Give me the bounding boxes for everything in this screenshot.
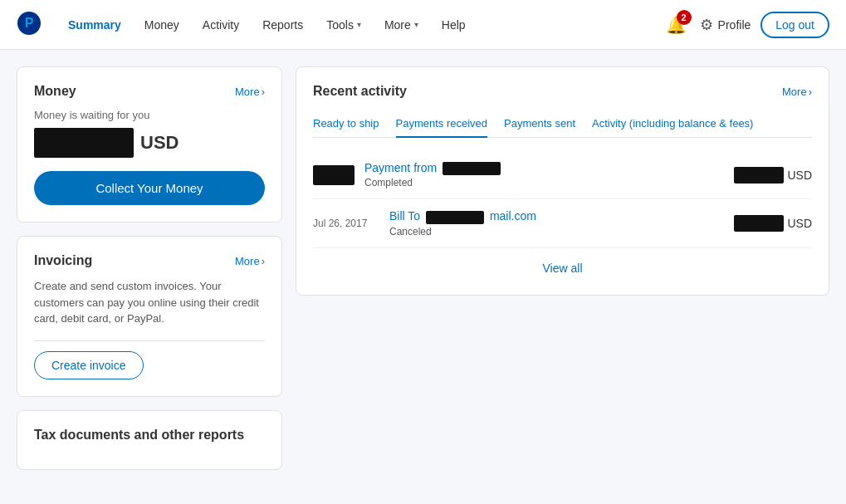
- svg-text:P: P: [25, 16, 34, 30]
- nav-summary[interactable]: Summary: [58, 12, 131, 38]
- notifications-bell[interactable]: 🔔 2: [663, 12, 690, 38]
- tx-amount-redacted-2: [734, 215, 784, 232]
- more-dropdown-arrow: ▾: [414, 20, 418, 29]
- tx-date-2: Jul 26, 2017: [313, 218, 379, 229]
- tx-currency-2: USD: [787, 217, 812, 230]
- view-all-link[interactable]: View all: [543, 262, 583, 275]
- gear-icon: ⚙: [700, 16, 713, 34]
- tx-payment-from-link[interactable]: Payment from: [364, 161, 503, 174]
- money-waiting-text: Money is waiting for you: [34, 109, 265, 121]
- invoicing-divider: [34, 340, 265, 341]
- tx-info-1: Payment from Completed: [364, 161, 724, 188]
- invoicing-card-header: Invoicing More ›: [34, 253, 265, 268]
- table-row: Jul 26, 2017 Bill To mail.com Canceled U…: [313, 199, 812, 247]
- tx-label-2: Bill To mail.com: [389, 209, 724, 223]
- nav-tools[interactable]: Tools ▾: [316, 12, 371, 38]
- tx-email-suffix-2: mail.com: [490, 209, 536, 223]
- money-card: Money More › Money is waiting for you US…: [17, 66, 282, 223]
- tx-status-1: Completed: [364, 177, 724, 188]
- tx-name-redacted-1: [443, 162, 501, 175]
- main-content: Money More › Money is waiting for you US…: [0, 50, 846, 487]
- activity-tabs: Ready to ship Payments received Payments…: [313, 110, 812, 138]
- nav-reports[interactable]: Reports: [252, 12, 313, 38]
- tax-card: Tax documents and other reports: [17, 410, 282, 470]
- right-panel: Recent activity More › Ready to ship Pay…: [296, 66, 829, 470]
- create-invoice-button[interactable]: Create invoice: [34, 351, 144, 379]
- tx-currency-1: USD: [787, 169, 812, 182]
- header-right: 🔔 2 ⚙ Profile Log out: [663, 12, 829, 38]
- money-more-arrow: ›: [262, 86, 265, 98]
- money-more-link[interactable]: More ›: [235, 86, 265, 98]
- tx-amount-redacted-1: [734, 167, 784, 183]
- tx-label-prefix-2: Bill To: [389, 209, 420, 223]
- activity-more-link[interactable]: More ›: [782, 86, 812, 98]
- tx-info-2: Bill To mail.com Canceled: [389, 209, 724, 237]
- header: P Summary Money Activity Reports Tools ▾…: [0, 0, 846, 50]
- invoicing-card: Invoicing More › Create and send custom …: [17, 236, 282, 397]
- profile-wrap[interactable]: ⚙ Profile: [700, 16, 751, 34]
- currency-label: USD: [140, 132, 178, 154]
- paypal-logo-wrap[interactable]: P: [17, 11, 42, 38]
- tax-card-title: Tax documents and other reports: [34, 428, 244, 443]
- nav-money[interactable]: Money: [134, 12, 189, 38]
- activity-title: Recent activity: [313, 84, 407, 99]
- main-nav: Summary Money Activity Reports Tools ▾ M…: [58, 12, 663, 38]
- tx-label-prefix: Payment from: [364, 161, 437, 174]
- activity-header: Recent activity More ›: [313, 84, 812, 99]
- tools-dropdown-arrow: ▾: [357, 20, 361, 29]
- left-panel: Money More › Money is waiting for you US…: [17, 66, 282, 470]
- nav-more[interactable]: More ▾: [374, 12, 428, 38]
- logout-button[interactable]: Log out: [760, 12, 829, 38]
- nav-help[interactable]: Help: [432, 12, 476, 38]
- tx-amount-1: USD: [734, 167, 812, 183]
- tx-icon-redacted: [313, 165, 355, 185]
- money-amount-row: USD: [34, 128, 265, 158]
- table-row: Payment from Completed USD: [313, 151, 812, 199]
- tab-ready-to-ship[interactable]: Ready to ship: [313, 110, 379, 138]
- tx-name-redacted-2: [426, 211, 484, 224]
- profile-label: Profile: [718, 18, 751, 32]
- money-card-header: Money More ›: [34, 84, 265, 99]
- tx-bill-to-link[interactable]: Bill To mail.com: [389, 209, 536, 223]
- activity-more-arrow: ›: [809, 86, 812, 98]
- tx-label-1: Payment from: [364, 161, 724, 175]
- collect-money-button[interactable]: Collect Your Money: [34, 171, 265, 205]
- tab-payments-sent[interactable]: Payments sent: [504, 110, 575, 138]
- tab-payments-received[interactable]: Payments received: [396, 110, 488, 138]
- invoicing-more-link[interactable]: More ›: [235, 255, 265, 267]
- view-all-row: View all: [313, 248, 812, 278]
- nav-activity[interactable]: Activity: [193, 12, 249, 38]
- tab-activity-balance[interactable]: Activity (including balance & fees): [592, 110, 753, 138]
- tx-status-2: Canceled: [389, 226, 724, 237]
- invoicing-card-title: Invoicing: [34, 253, 92, 268]
- notification-badge: 2: [677, 10, 692, 25]
- invoicing-more-arrow: ›: [262, 255, 265, 267]
- money-card-title: Money: [34, 84, 76, 99]
- amount-redacted-block: [34, 128, 134, 158]
- invoicing-description: Create and send custom invoices. Your cu…: [34, 278, 265, 327]
- paypal-logo-icon: P: [17, 11, 42, 36]
- activity-card: Recent activity More › Ready to ship Pay…: [296, 66, 829, 296]
- tax-card-header: Tax documents and other reports: [34, 428, 265, 443]
- tx-amount-2: USD: [734, 215, 812, 232]
